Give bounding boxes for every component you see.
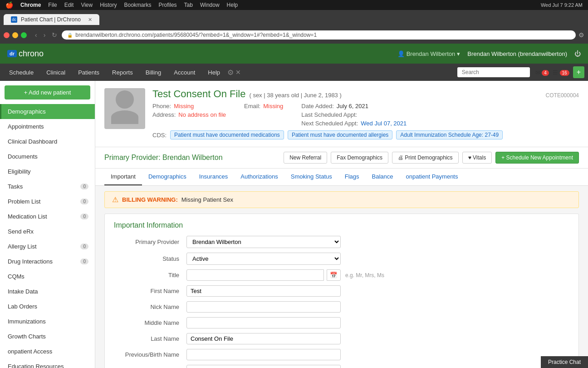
tab-smoking-status[interactable]: Smoking Status xyxy=(284,169,338,185)
sidebar-item-onpatient-access[interactable]: onpatient Access xyxy=(0,344,95,359)
middle-name-label: Middle Name xyxy=(114,319,186,326)
cds-badge-medications[interactable]: Patient must have documented medications xyxy=(170,130,284,139)
nav-close-icon[interactable]: ✕ xyxy=(235,69,241,76)
status-select[interactable]: Active Inactive xyxy=(186,253,341,265)
mail-icon[interactable]: ✉ 4 xyxy=(535,69,549,76)
tab-insurances[interactable]: Insurances xyxy=(193,169,235,185)
sidebar-item-drug-interactions[interactable]: Drug Interactions 0 xyxy=(0,254,95,269)
cds-badge-allergies[interactable]: Patient must have documented allergies xyxy=(288,130,392,139)
nav-billing[interactable]: Billing xyxy=(140,65,167,80)
cds-badge-immunization[interactable]: Adult Immunization Schedule Age: 27-49 xyxy=(396,130,503,139)
first-name-input[interactable] xyxy=(186,285,341,297)
sidebar-item-medication-list[interactable]: Medication List 0 xyxy=(0,209,95,224)
nav-clinical[interactable]: Clinical xyxy=(41,65,71,80)
sidebar-item-education-resources[interactable]: Education Resources xyxy=(0,359,95,368)
sidebar-item-demographics[interactable]: Demographics xyxy=(0,104,95,119)
allergy-list-badge: 0 xyxy=(80,244,88,249)
last-name-input[interactable] xyxy=(186,333,341,344)
prev-birth-name-control xyxy=(186,349,341,360)
add-new-patient-button[interactable]: + Add new patient xyxy=(5,85,90,99)
tab-close-button[interactable]: ✕ xyxy=(88,17,92,23)
tab-demographics[interactable]: Demographics xyxy=(142,169,193,185)
header-user2: Brendan Wilberton (brendanwilberton) xyxy=(467,50,567,57)
sidebar-item-intake-data[interactable]: Intake Data xyxy=(0,284,95,299)
history-menu[interactable]: History xyxy=(100,2,117,8)
tab-onpatient-payments[interactable]: onpatient Payments xyxy=(400,169,465,185)
middle-name-input[interactable] xyxy=(186,317,341,328)
nav-patients[interactable]: Patients xyxy=(73,65,105,80)
nav-help[interactable]: Help xyxy=(202,65,225,80)
traffic-lights xyxy=(4,32,27,38)
title-input[interactable] xyxy=(186,269,324,281)
sidebar-item-appointments[interactable]: Appointments xyxy=(0,119,95,134)
back-button[interactable]: ‹ xyxy=(33,30,39,40)
new-referral-button[interactable]: New Referral xyxy=(284,152,327,164)
sidebar-item-documents[interactable]: Documents xyxy=(0,149,95,164)
vitals-button[interactable]: ♥ Vitals xyxy=(462,152,492,164)
sidebar-item-allergy-list[interactable]: Allergy List 0 xyxy=(0,239,95,254)
view-menu[interactable]: View xyxy=(81,2,93,8)
date-added-label: Date Added: xyxy=(301,103,334,109)
browser-tab[interactable]: dc Patient Chart | DrChrono ✕ xyxy=(4,14,99,25)
tab-flags[interactable]: Flags xyxy=(338,169,366,185)
power-icon[interactable]: ⏻ xyxy=(574,50,581,57)
tab-menu[interactable]: Tab xyxy=(184,2,193,8)
nick-name-input[interactable] xyxy=(186,301,341,313)
print-demographics-button[interactable]: 🖨 Print Demographics xyxy=(392,152,459,164)
search-input[interactable] xyxy=(457,67,530,77)
sidebar-item-cqms[interactable]: CQMs xyxy=(0,269,95,284)
title-calendar-button[interactable]: 📅 xyxy=(327,269,341,281)
close-window-button[interactable] xyxy=(4,32,10,38)
sidebar-item-growth-charts[interactable]: Growth Charts xyxy=(0,329,95,344)
sidebar-item-lab-orders[interactable]: Lab Orders xyxy=(0,299,95,314)
nav-account[interactable]: Account xyxy=(168,65,201,80)
forward-button[interactable]: › xyxy=(42,30,48,40)
prev-birth-name-input[interactable] xyxy=(186,349,341,360)
fullscreen-window-button[interactable] xyxy=(21,32,27,38)
address-bar[interactable]: 🔒 brendanwilberton.drchrono.com/patients… xyxy=(62,30,576,40)
file-menu[interactable]: File xyxy=(48,2,57,8)
practice-chat-button[interactable]: Practice Chat xyxy=(541,356,588,368)
sidebar-item-problem-list[interactable]: Problem List 0 xyxy=(0,194,95,209)
nav-add-button[interactable]: + xyxy=(573,66,584,78)
profiles-menu[interactable]: Profiles xyxy=(159,2,177,8)
window-menu[interactable]: Window xyxy=(200,2,220,8)
nav-schedule[interactable]: Schedule xyxy=(4,65,39,80)
sidebar-item-send-erx[interactable]: Send eRx xyxy=(0,224,95,239)
nav-reports[interactable]: Reports xyxy=(107,65,138,80)
sidebar-item-clinical-dashboard[interactable]: Clinical Dashboard xyxy=(0,134,95,149)
sidebar-label-send-erx: Send eRx xyxy=(8,228,34,235)
logo-area: dr chrono xyxy=(7,49,44,59)
sidebar-item-immunizations[interactable]: Immunizations xyxy=(0,314,95,329)
contact-details: Phone: Missing Address: No address on fi… xyxy=(152,103,226,127)
primary-provider-select[interactable]: Brendan Wilberton xyxy=(186,236,341,248)
tab-important[interactable]: Important xyxy=(104,169,142,185)
patient-details: Phone: Missing Address: No address on fi… xyxy=(152,103,579,127)
suffix-input[interactable] xyxy=(186,365,341,368)
fax-demographics-button[interactable]: Fax Demographics xyxy=(331,152,388,164)
help-menu[interactable]: Help xyxy=(227,2,238,8)
tab-balance[interactable]: Balance xyxy=(366,169,400,185)
chrome-menu[interactable]: Chrome xyxy=(20,2,41,8)
reload-button[interactable]: ↻ xyxy=(50,30,59,40)
tab-authorizations[interactable]: Authorizations xyxy=(234,169,284,185)
sidebar-item-tasks[interactable]: Tasks 0 xyxy=(0,179,95,194)
title-label: Title xyxy=(114,272,186,278)
settings-icon[interactable]: ⚙ xyxy=(227,68,234,77)
header-user1[interactable]: 👤 Brendan Wilberton ▾ xyxy=(397,50,461,57)
first-name-row: First Name xyxy=(114,285,569,297)
notification-icon[interactable]: ☰ 16 xyxy=(553,69,569,76)
schedule-new-appointment-button[interactable]: + Schedule New Appointment xyxy=(495,152,579,164)
tabs-bar: Important Demographics Insurances Author… xyxy=(95,169,588,186)
apple-menu[interactable]: 🍎 xyxy=(5,1,13,9)
edit-menu[interactable]: Edit xyxy=(64,2,74,8)
last-name-label: Last Name xyxy=(114,335,186,342)
extensions-icon[interactable]: ⚙ xyxy=(578,31,584,39)
sidebar-item-eligibility[interactable]: Eligibility xyxy=(0,164,95,179)
medication-list-badge: 0 xyxy=(80,214,88,219)
bookmarks-menu[interactable]: Bookmarks xyxy=(124,2,152,8)
minimize-window-button[interactable] xyxy=(12,32,18,38)
sidebar-label-allergy-list: Allergy List xyxy=(8,243,37,250)
header-right: 👤 Brendan Wilberton ▾ Brendan Wilberton … xyxy=(397,50,581,57)
warning-text: Missing Patient Sex xyxy=(181,196,233,203)
